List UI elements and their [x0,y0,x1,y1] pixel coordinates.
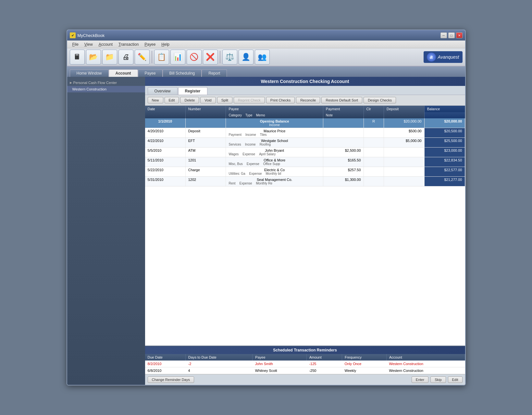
cell-clr [364,157,384,167]
sub-tab-overview[interactable]: Overview [148,87,178,95]
menu-view[interactable]: View [82,42,95,47]
register-icon: 📋 [157,53,166,61]
avanquest-text: Avanquest [438,54,459,60]
menu-account[interactable]: Account [96,42,115,47]
window-title: MyCheckBook [78,33,105,38]
sidebar-item-western-construction[interactable]: Western Construction [67,86,145,92]
main-content: ▶ Personal Cash Flow Center Western Cons… [67,77,465,385]
avanquest-icon: a [427,53,436,62]
cell-date: 1/1/2010 [145,118,186,128]
title-bar: ✔ MyCheckBook ─ □ ✕ [67,30,465,41]
cell-balance: $20,000.00 [424,118,465,128]
toolbar-delete[interactable]: ❌ [203,50,218,65]
register-title: Western Construction Checking Account [145,77,465,86]
sched-due-date: 8/2/2010 [145,361,186,367]
cell-date: 5/11/2010 [145,157,186,167]
cell-payee: Electric & Co Utilities: GaExpenseMonthl… [226,167,323,177]
open-icon: 📂 [89,53,98,61]
cell-clr [364,177,384,186]
cell-balance: $22,577.00 [424,167,465,177]
cell-payment [323,128,364,138]
sched-days: 4 [186,367,253,374]
cell-deposit: $20,000.00 [384,118,424,128]
nav-tabs: Home Window Account Payee Bill Schedulin… [67,66,465,77]
toolbar-report[interactable]: 📊 [170,50,185,65]
skip-button[interactable]: Skip [430,376,446,383]
restore-button[interactable]: □ [448,32,455,38]
tab-report[interactable]: Report [202,69,227,77]
sidebar-section-label: Personal Cash Flow Center [73,81,117,85]
menu-file[interactable]: File [70,42,81,47]
table-row: 5/5/2010 ATM John Bryant WagesExpenseApr… [145,148,465,157]
main-window: ✔ MyCheckBook ─ □ ✕ File View Account Tr… [67,30,466,385]
col-header-payment: Payment [323,106,364,112]
reconcile-button[interactable]: Reconcile [296,97,320,103]
scheduled-section: Scheduled Transaction Reminders Due Date… [145,346,465,374]
void-button[interactable]: Void [200,97,216,103]
tab-payee[interactable]: Payee [138,69,163,77]
tab-home-window[interactable]: Home Window [70,69,109,77]
table-header-row: Date Number Payee Payment Clr Deposit Ba… [145,106,465,112]
register-area: Western Construction Checking Account Ov… [145,77,465,385]
delete-icon: ❌ [206,53,215,61]
toolbar-edit[interactable]: ✏️ [135,50,150,65]
menu-transaction[interactable]: Transaction [116,42,141,47]
cell-date: 4/20/2010 [145,128,186,138]
avanquest-logo: a Avanquest [424,51,463,63]
cell-number: 1202 [185,177,226,186]
split-button[interactable]: Split [217,97,232,103]
edit-button[interactable]: Edit [165,97,179,103]
print-checks-button[interactable]: Print Checks [266,97,295,103]
table-row: 5/11/2010 1201 Office & More Misc, BusEx… [145,157,465,167]
sched-frequency: Only Once [342,361,386,367]
close-button[interactable]: ✕ [456,32,463,38]
delete-button[interactable]: Delete [180,97,199,103]
enter-button[interactable]: Enter [412,376,428,383]
change-reminder-days-button[interactable]: Change Reminder Days [148,376,194,383]
report-icon: 📊 [173,53,182,61]
col-header-clr: Clr [364,106,384,112]
minimize-button[interactable]: ─ [440,32,447,38]
toolbar-print[interactable]: 🖨 [118,50,133,65]
tab-bill-scheduling[interactable]: Bill Scheduling [163,69,202,77]
cell-date: 5/5/2010 [145,148,186,157]
scheduled-header-row: Due Date Days to Due Date Payee Amount F… [145,354,465,361]
cell-payee: John Bryant WagesExpenseApril Salary [226,148,323,157]
toolbar-payee2[interactable]: 👥 [255,50,270,65]
cell-number: ATM [185,148,226,157]
sched-col-days: Days to Due Date [186,354,253,361]
toolbar-payee1[interactable]: 👤 [239,50,254,65]
toolbar-register[interactable]: 📋 [154,50,169,65]
edit-scheduled-button[interactable]: Edit [448,376,463,383]
toolbar-open[interactable]: 📂 [86,50,101,65]
tab-account[interactable]: Account [109,69,138,77]
cell-payment [323,138,364,148]
design-checks-button[interactable]: Design Checks [364,97,396,103]
payee2-icon: 👥 [258,53,266,61]
menu-payee[interactable]: Payee [142,42,158,47]
cell-payment: $1,300.00 [323,177,364,186]
cell-balance: $23,000.00 [424,148,465,157]
sched-account: Western Construction [386,367,465,374]
scheduled-table-wrap: Due Date Days to Due Date Payee Amount F… [145,354,465,374]
menu-bar: File View Account Transaction Payee Help [67,41,465,48]
sidebar-section-personal: ▶ Personal Cash Flow Center Western Cons… [67,79,145,92]
toolbar-calculator[interactable]: 🖩 [70,50,85,65]
toolbar-save[interactable]: 📁 [102,50,117,65]
toolbar-reconcile[interactable]: ⚖️ [222,50,237,65]
sched-amount: -125 [306,361,342,367]
cell-clr [364,128,384,138]
cell-balance: $21,277.00 [424,177,465,186]
toolbar-void[interactable]: 🚫 [187,50,202,65]
restore-default-sort-button[interactable]: Restore Default Sort [321,97,362,103]
sub-tab-register[interactable]: Register [178,87,207,95]
reprint-check-button[interactable]: Reprint Check [234,97,265,103]
sched-payee: John Smith [253,361,307,367]
reconcile-icon: ⚖️ [225,53,234,61]
sched-due-date: 6/8/2010 [145,367,186,374]
new-button[interactable]: New [148,97,163,103]
table-sub-header-row: Category Type Memo Note [145,112,465,118]
cell-number: Charge [185,167,226,177]
sidebar-section-header[interactable]: ▶ Personal Cash Flow Center [67,79,145,86]
menu-help[interactable]: Help [159,42,172,47]
